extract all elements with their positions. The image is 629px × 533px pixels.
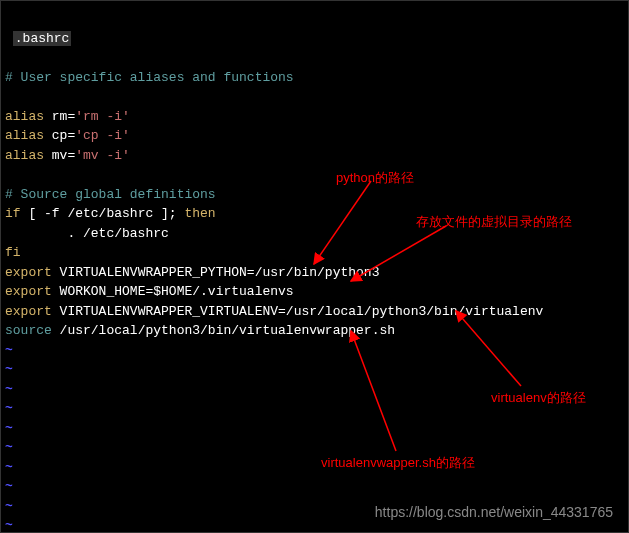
filename-highlight: .bashrc (13, 31, 72, 46)
tilde-line: ~ (5, 499, 13, 514)
tilde-line: ~ (5, 382, 13, 397)
comment-line: # User specific aliases and functions (5, 70, 294, 85)
tilde-line: ~ (5, 362, 13, 377)
tilde-line: ~ (5, 343, 13, 358)
tilde-line: ~ (5, 460, 13, 475)
tilde-line: ~ (5, 421, 13, 436)
tilde-line: ~ (5, 440, 13, 455)
terminal-content: .bashrc # User specific aliases and func… (1, 1, 628, 533)
comment-line: # Source global definitions (5, 187, 216, 202)
tilde-line: ~ (5, 479, 13, 494)
tilde-line: ~ (5, 518, 13, 533)
tilde-line: ~ (5, 401, 13, 416)
watermark: https://blog.csdn.net/weixin_44331765 (375, 504, 613, 520)
